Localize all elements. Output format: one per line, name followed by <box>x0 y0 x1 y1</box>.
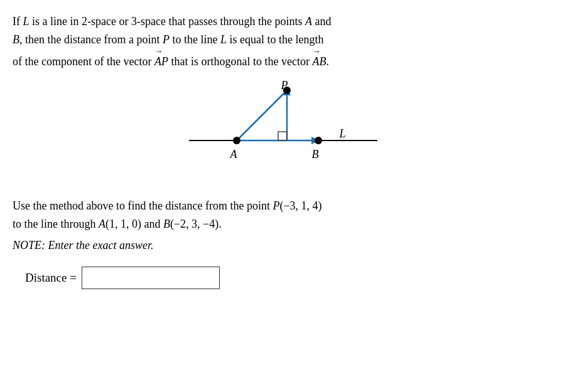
answer-row: Distance = <box>13 267 553 289</box>
distance-label: Distance = <box>25 271 77 285</box>
problem-container: If L is a line in 2-space or 3-space tha… <box>13 13 553 289</box>
intro-line1: If L is a line in 2-space or 3-space tha… <box>13 15 331 28</box>
question-line1: Use the method above to find the distanc… <box>13 199 322 212</box>
label-L: L <box>340 127 346 140</box>
question-line2: to the line through A(1, 1, 0) and B(−2,… <box>13 218 222 230</box>
label-P: P <box>281 79 288 92</box>
label-B: B <box>312 148 319 161</box>
svg-rect-6 <box>278 132 287 140</box>
label-A: A <box>230 148 237 161</box>
intro-text: If L is a line in 2-space or 3-space tha… <box>13 13 553 70</box>
diagram: P A B L <box>13 82 553 182</box>
intro-line2: B, then the distance from a point P to t… <box>13 33 323 46</box>
distance-input[interactable] <box>82 267 220 289</box>
point-B <box>315 137 322 144</box>
point-A <box>233 137 240 144</box>
svg-line-1 <box>237 90 287 140</box>
note-text: NOTE: Enter the exact answer. <box>13 237 553 254</box>
intro-line3: of the component of the vector → AP that… <box>13 55 329 68</box>
question-text: Use the method above to find the distanc… <box>13 197 553 233</box>
